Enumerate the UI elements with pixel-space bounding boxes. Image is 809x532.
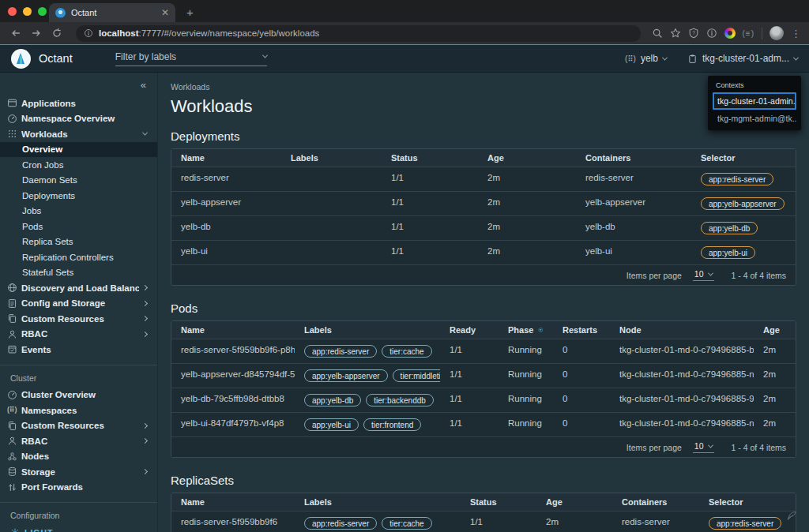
theme-toggle[interactable]: LIGHT	[0, 525, 157, 532]
sidebar-item-events[interactable]: Events	[0, 342, 157, 358]
database-icon	[7, 466, 17, 477]
sidebar-item-jobs[interactable]: Jobs	[0, 204, 157, 219]
context-option-selected[interactable]: tkg-cluster-01-admin...	[713, 92, 796, 110]
pod-link[interactable]: yelb-appserver-d845794df-59jct	[171, 364, 295, 388]
context-selector[interactable]: tkg-cluster-01-adm...	[687, 53, 798, 64]
back-button[interactable]	[8, 25, 24, 41]
sidebar-item-applications[interactable]: Applications	[0, 96, 157, 111]
context-value: tkg-cluster-01-adm...	[702, 53, 789, 64]
copy-icon	[7, 421, 17, 431]
color-extension-icon[interactable]	[724, 28, 736, 39]
gauge-icon	[7, 114, 17, 124]
label-badge: tier:frontend	[363, 418, 421, 431]
chevron-down-icon	[142, 130, 148, 136]
filter-funnel-icon[interactable]	[538, 325, 544, 335]
sidebar-item-cron-jobs[interactable]: Cron Jobs	[0, 157, 157, 173]
column-header: Age	[754, 321, 796, 339]
selector-badge: app:yelb-ui	[701, 246, 755, 259]
info-extension-icon[interactable]	[706, 28, 717, 39]
search-icon[interactable]	[652, 28, 663, 39]
calendar-icon	[7, 344, 17, 354]
sidebar-item-namespaces[interactable]: (⠿) Namespaces	[0, 403, 157, 418]
breadcrumb[interactable]: Workloads	[171, 82, 796, 92]
apply-yaml-button[interactable]	[785, 510, 800, 524]
column-header: Node	[610, 321, 754, 339]
site-info-icon[interactable]	[84, 28, 93, 38]
reload-button[interactable]	[49, 25, 65, 41]
namespace-selector[interactable]: (⠿) yelb	[625, 53, 667, 64]
sidebar-item-nodes[interactable]: Nodes	[0, 449, 157, 465]
column-header: Containers	[576, 149, 691, 167]
new-tab-button[interactable]: +	[186, 6, 194, 19]
context-option-other[interactable]: tkg-mgmt-admin@tk...	[713, 110, 796, 124]
column-header: Labels	[295, 321, 440, 339]
chevron-right-icon	[142, 438, 148, 444]
replicaset-link[interactable]: redis-server-5f959bb9f6	[171, 511, 295, 532]
sidebar-item-stateful-sets[interactable]: Stateful Sets	[0, 265, 157, 281]
url-host: localhost	[99, 28, 138, 38]
filter-by-labels-select[interactable]: Filter by labels	[115, 51, 267, 66]
address-bar[interactable]: localhost:7777/#/overview/namespace/yelb…	[76, 25, 641, 42]
deployments-pagination: Items per page 10 1 - 4 of 4 items	[171, 264, 796, 285]
profile-avatar[interactable]	[769, 26, 784, 40]
extension-badge[interactable]: (≡)	[743, 29, 755, 38]
column-header: Labels	[281, 149, 382, 167]
column-header: Restarts	[553, 321, 610, 339]
chevron-right-icon	[142, 285, 148, 290]
label-badge: app:yelb-ui	[304, 418, 359, 431]
sidebar-item-overview[interactable]: Overview	[0, 142, 157, 158]
node-link[interactable]: tkg-cluster-01-md-0-c79496885-nnxpt	[610, 364, 754, 388]
bookmark-star-icon[interactable]	[670, 28, 681, 39]
sidebar-item-namespace-overview[interactable]: Namespace Overview	[0, 111, 157, 127]
maximize-window-button[interactable]	[38, 7, 47, 16]
browser-tab-strip: Octant ✕ +	[0, 0, 809, 22]
page-size-select[interactable]: 10	[693, 441, 714, 453]
sidebar-item-storage[interactable]: Storage	[0, 464, 157, 480]
sidebar-item-replica-sets[interactable]: Replica Sets	[0, 234, 157, 250]
pod-link[interactable]: yelb-db-79c5ffb98d-dtbb8	[171, 388, 295, 412]
sidebar-item-cluster-rbac[interactable]: RBAC	[0, 433, 157, 449]
close-window-button[interactable]	[8, 7, 17, 16]
collapse-sidebar-icon[interactable]: «	[141, 79, 146, 91]
column-header: Labels	[295, 493, 461, 511]
sidebar-item-rbac[interactable]: RBAC	[0, 327, 157, 343]
pods-pagination: Items per page 10 1 - 4 of 4 items	[171, 436, 796, 457]
deployment-link[interactable]: yelb-appserver	[171, 192, 281, 215]
minimize-window-button[interactable]	[23, 7, 32, 16]
sidebar-item-workloads[interactable]: Workloads	[0, 126, 157, 142]
table-row: yelb-appserver-d845794df-59jct app:yelb-…	[171, 363, 796, 388]
node-link[interactable]: tkg-cluster-01-md-0-c79496885-n8spd	[610, 413, 754, 436]
page-size-select[interactable]: 10	[693, 269, 714, 281]
deployment-link[interactable]: yelb-ui	[171, 241, 281, 264]
column-header-phase: Phase	[499, 321, 553, 339]
sidebar-item-cluster-overview[interactable]: Cluster Overview	[0, 388, 157, 403]
sidebar-item-port-forwards[interactable]: Port Forwards	[0, 480, 157, 496]
cluster-clipboard-icon	[687, 54, 698, 64]
sidebar-item-pods[interactable]: Pods	[0, 219, 157, 234]
pod-link[interactable]: yelb-ui-847df4797b-vf4p8	[171, 413, 295, 436]
column-header: Ready	[440, 321, 499, 339]
node-link[interactable]: tkg-cluster-01-md-0-c79496885-9hbzx	[610, 388, 754, 412]
sidebar-item-custom-resources[interactable]: Custom Resources	[0, 311, 157, 327]
pod-link[interactable]: redis-server-5f959bb9f6-p8hs7	[171, 339, 295, 363]
tab-close-icon[interactable]: ✕	[161, 8, 169, 17]
user-icon	[7, 329, 17, 339]
browser-tab[interactable]: Octant ✕	[49, 3, 175, 22]
deployment-link[interactable]: yelb-db	[171, 216, 281, 240]
deployment-link[interactable]: redis-server	[171, 167, 281, 191]
sidebar-item-cluster-custom-resources[interactable]: Custom Resources	[0, 418, 157, 434]
chevron-down-icon	[262, 53, 268, 58]
sidebar-item-deployments[interactable]: Deployments	[0, 188, 157, 204]
sidebar-item-daemon-sets[interactable]: Daemon Sets	[0, 173, 157, 189]
table-row: redis-server-5f959bb9f6-p8hs7 app:redis-…	[171, 339, 796, 363]
node-link[interactable]: tkg-cluster-01-md-0-c79496885-bjnrp	[610, 339, 754, 363]
sidebar-item-config-storage[interactable]: Config and Storage	[0, 296, 157, 312]
selector-badge: app:redis-server	[701, 173, 773, 185]
context-dropdown-title: Contexts	[716, 81, 796, 89]
shield-extension-icon[interactable]	[688, 28, 699, 39]
browser-menu-icon[interactable]: ⋮	[791, 28, 801, 39]
sidebar-item-discovery-load-balancing[interactable]: Discovery and Load Balancing	[0, 280, 157, 296]
forward-button[interactable]	[28, 25, 44, 41]
sidebar-item-replication-controllers[interactable]: Replication Controllers	[0, 249, 157, 265]
deployments-table-header: Name Labels Status Age Containers Select…	[171, 149, 796, 167]
